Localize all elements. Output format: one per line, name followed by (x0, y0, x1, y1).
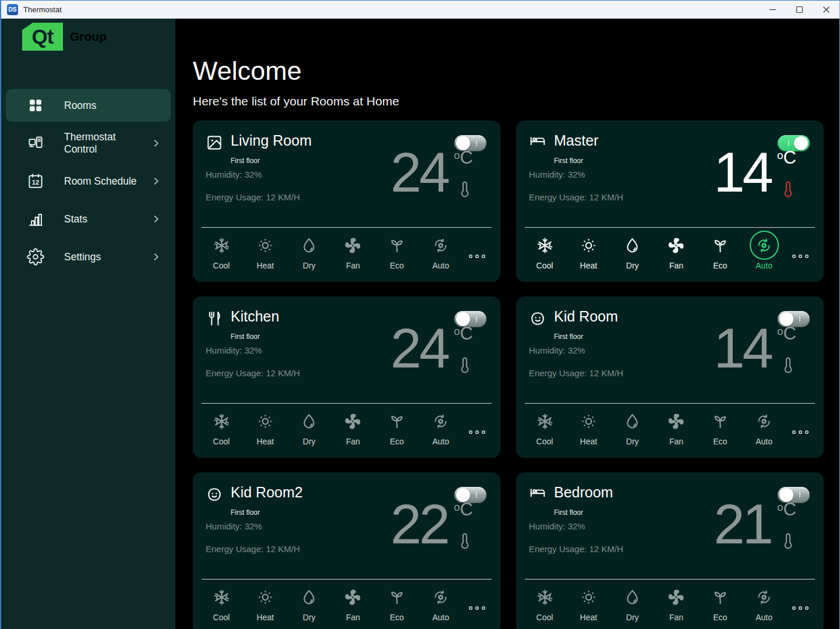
sidebar-item-rooms[interactable]: Rooms (6, 89, 171, 122)
humidity-label: Humidity: 32% (529, 521, 623, 531)
temperature-value: 24 (390, 150, 448, 196)
mode-cool-button[interactable]: Cool (204, 582, 238, 622)
mode-auto-button[interactable]: Auto (424, 407, 458, 446)
temperature-unit: oC (777, 326, 797, 342)
main-content: Welcome Here's the list of your Rooms at… (175, 19, 839, 629)
room-floor: First floor (231, 333, 279, 341)
close-button[interactable] (813, 1, 839, 18)
app-window: DS Thermostat Qt Group Rooms (0, 0, 840, 629)
minimize-button[interactable] (759, 1, 786, 18)
mode-auto-button[interactable]: Auto (747, 407, 781, 446)
mode-dry-button[interactable]: Dry (292, 582, 326, 622)
cutlery-icon (206, 310, 223, 327)
mode-auto-button[interactable]: Auto (747, 231, 781, 270)
thermostat-control-icon (27, 135, 44, 152)
mode-heat-button[interactable]: Heat (248, 231, 282, 270)
auto-icon (755, 236, 773, 255)
heat-icon (580, 588, 598, 606)
mode-cool-button[interactable]: Cool (204, 231, 238, 270)
mode-fan-button[interactable]: Fan (659, 582, 693, 622)
cool-icon (536, 236, 554, 255)
mode-eco-button[interactable]: Eco (380, 582, 414, 622)
mode-dry-button[interactable]: Dry (292, 407, 326, 446)
room-card: Kid Room2 First floor Humidity: 32% Ener… (193, 472, 500, 629)
fan-icon (667, 588, 685, 606)
temperature-unit: oC (454, 326, 474, 342)
mode-heat-button[interactable]: Heat (571, 231, 605, 270)
more-options-button[interactable] (791, 231, 810, 270)
heat-icon (256, 588, 274, 606)
room-floor: First floor (231, 508, 303, 517)
sidebar-item-settings[interactable]: Settings (6, 241, 171, 273)
kid-icon (529, 310, 546, 327)
mode-cool-button[interactable]: Cool (528, 407, 562, 446)
mode-cool-button[interactable]: Cool (528, 582, 562, 622)
page-subtitle: Here's the list of your Rooms at Home (193, 94, 839, 108)
mode-dry-button[interactable]: Dry (292, 231, 326, 270)
mode-cool-button[interactable]: Cool (528, 231, 562, 270)
more-options-button[interactable] (791, 407, 810, 446)
mode-fan-button[interactable]: Fan (659, 231, 693, 270)
mode-dry-button[interactable]: Dry (616, 231, 650, 270)
mode-eco-button[interactable]: Eco (703, 231, 737, 270)
more-options-button[interactable] (791, 582, 810, 622)
temperature-value: 24 (390, 326, 448, 372)
cool-icon (536, 412, 554, 430)
room-cards-grid: Living Room First floor Humidity: 32% En… (193, 121, 839, 629)
toggle-mark (476, 140, 477, 146)
close-icon (823, 6, 830, 13)
temperature-unit: oC (777, 501, 797, 518)
more-options-button[interactable] (468, 582, 486, 622)
energy-usage-label: Energy Usage: 12 KM/H (206, 368, 300, 378)
room-card: Living Room First floor Humidity: 32% En… (193, 121, 500, 282)
mode-heat-button[interactable]: Heat (248, 582, 282, 622)
maximize-button[interactable] (786, 1, 813, 18)
temperature-unit: oC (454, 150, 474, 167)
more-options-button[interactable] (468, 231, 486, 270)
room-name: Master (554, 132, 598, 149)
mode-eco-button[interactable]: Eco (380, 407, 414, 446)
mode-fan-button[interactable]: Fan (336, 582, 370, 622)
mode-heat-button[interactable]: Heat (248, 407, 282, 446)
sidebar-menu: Rooms Thermostat Control (1, 89, 175, 278)
room-card: Kid Room First floor Humidity: 32% Energ… (516, 296, 824, 458)
brand-logo: Qt Group (22, 23, 175, 51)
mode-cool-button[interactable]: Cool (204, 407, 238, 446)
bed-icon (529, 134, 546, 151)
dry-icon (623, 588, 641, 606)
ellipsis-icon (468, 603, 486, 613)
dry-icon (623, 236, 641, 255)
sidebar-item-thermostat-control[interactable]: Thermostat Control (6, 127, 171, 160)
mode-eco-button[interactable]: Eco (703, 582, 737, 622)
auto-icon (755, 412, 773, 430)
more-options-button[interactable] (468, 407, 486, 446)
bar-chart-icon (27, 210, 44, 228)
room-card: Master First floor Humidity: 32% Energy … (516, 121, 824, 282)
heat-icon (256, 412, 274, 430)
mode-dry-button[interactable]: Dry (616, 407, 650, 446)
mode-row: CoolHeatDryFanEcoAuto (204, 407, 486, 446)
mode-eco-button[interactable]: Eco (703, 407, 737, 446)
room-name: Living Room (231, 132, 312, 149)
mode-auto-button[interactable]: Auto (424, 582, 458, 622)
title-bar: DS Thermostat (1, 1, 839, 19)
chevron-right-icon (151, 176, 161, 186)
temperature-unit: oC (777, 150, 797, 167)
fan-icon (667, 236, 685, 255)
mode-auto-button[interactable]: Auto (747, 582, 781, 622)
sidebar-item-stats[interactable]: Stats (6, 203, 171, 235)
mode-fan-button[interactable]: Fan (336, 407, 370, 446)
mode-fan-button[interactable]: Fan (336, 231, 370, 270)
mode-fan-button[interactable]: Fan (659, 407, 693, 446)
brand-suffix: Group (70, 30, 107, 44)
mode-heat-button[interactable]: Heat (571, 582, 605, 622)
cool-icon (213, 588, 231, 606)
sidebar-item-room-schedule[interactable]: 12 Room Schedule (6, 165, 171, 197)
mode-auto-button[interactable]: Auto (424, 231, 458, 270)
mode-dry-button[interactable]: Dry (616, 582, 650, 622)
mode-eco-button[interactable]: Eco (380, 231, 414, 270)
mode-heat-button[interactable]: Heat (571, 407, 605, 446)
card-divider (525, 403, 815, 404)
ellipsis-icon (468, 427, 486, 437)
temperature-unit: oC (454, 501, 474, 518)
